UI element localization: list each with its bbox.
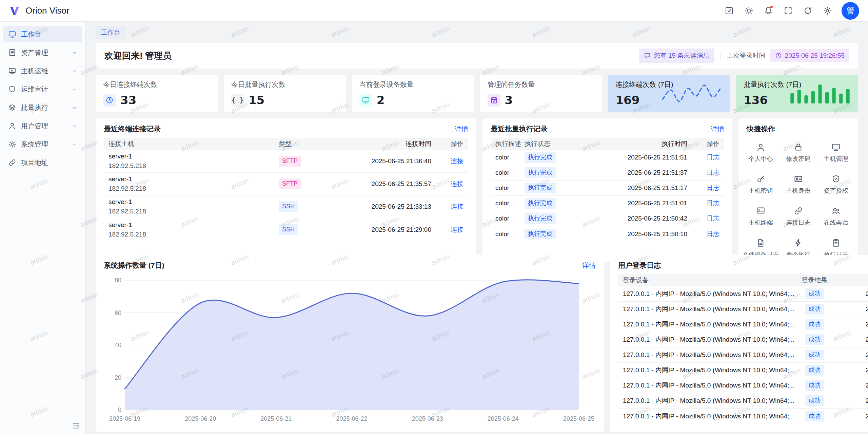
column-header: 连接时间 [326, 139, 431, 148]
user-icon [8, 122, 16, 130]
chevron-down-icon [72, 105, 77, 111]
id-card-icon [794, 174, 803, 184]
log-link[interactable]: 日志 [707, 154, 719, 161]
middle-row: 最近终端连接记录 详情 连接主机类型连接时间操作server-1182.92.5… [96, 118, 858, 249]
table-row: 127.0.0.1 - 内网IP - Mozilla/5.0 (Windows … [618, 378, 868, 393]
connect-link[interactable]: 连接 [451, 226, 463, 233]
svg-text:2025-06-19: 2025-06-19 [109, 415, 140, 422]
svg-text:0: 0 [118, 407, 121, 413]
last-login-label: 上次登录时间 [727, 51, 766, 60]
terminal-records-card: 最近终端连接记录 详情 连接主机类型连接时间操作server-1182.92.5… [96, 118, 476, 262]
guide-icon [725, 6, 734, 15]
login-device: 127.0.0.1 - 内网IP - Mozilla/5.0 (Windows … [623, 305, 794, 314]
quick-action-0[interactable]: 个人中心 [742, 143, 780, 163]
log-link[interactable]: 日志 [707, 215, 719, 222]
batch-records-detail-link[interactable]: 详情 [711, 125, 724, 134]
terminal-records-title: 最近终端连接记录 [104, 124, 161, 134]
fullscreen-button[interactable] [780, 3, 796, 19]
notification-dot [770, 5, 773, 9]
breadcrumb[interactable]: 工作台 [96, 26, 126, 39]
quick-action-8[interactable]: 在线会话 [817, 206, 855, 227]
notifications-button[interactable] [760, 3, 776, 19]
protocol-tag: SSH [279, 224, 298, 235]
sidebar-item-label: 主机运维 [21, 67, 67, 76]
main-layout: 工作台资产管理主机运维运维审计批量执行用户管理系统管理项目地址 工作台 欢迎回来… [0, 22, 868, 434]
system-operations-chart: 0204060802025-06-192025-06-202025-06-212… [104, 276, 596, 425]
file-icon [756, 238, 765, 247]
exec-status-tag: 执行完成 [525, 183, 556, 193]
exec-time: 2025-06-25 21:51:37 [582, 169, 687, 176]
fullscreen-icon [784, 6, 793, 15]
stat-label: 管理的任务数量 [488, 80, 595, 89]
login-result-tag: 成功 [805, 319, 824, 329]
guide-button[interactable] [721, 3, 737, 19]
sidebar-item-1[interactable]: 资产管理 [3, 44, 82, 61]
log-link[interactable]: 日志 [707, 169, 719, 176]
log-link[interactable]: 日志 [707, 230, 719, 238]
batch-records-card: 最近批量执行记录 详情 执行描述执行状态执行时间操作color执行完成2025-… [482, 118, 732, 262]
chevron-down-icon [72, 123, 77, 129]
sidebar-item-7[interactable]: 项目地址 [3, 154, 82, 171]
connect-time: 2025-06-25 21:36:40 [326, 157, 431, 165]
column-header: 执行描述 [495, 139, 525, 148]
stat-card-3: 管理的任务数量3 [480, 75, 602, 112]
table-row: 127.0.0.1 - 内网IP - Mozilla/5.0 (Windows … [618, 409, 868, 424]
quick-action-6[interactable]: 主机终端 [742, 206, 780, 227]
app-root: Orion Visor 管 工作台资产管理主机运维运维审计批量执行用户管理系统管… [0, 0, 868, 434]
theme-button[interactable] [741, 3, 757, 19]
stat-value: 33 [120, 93, 136, 107]
table-row: server-1182.92.5.218SFTP2025-06-25 21:36… [104, 150, 468, 173]
sparkbar-chart [789, 82, 851, 105]
quick-action-label: 修改密码 [786, 155, 811, 163]
exec-time: 2025-06-25 21:51:17 [582, 184, 687, 192]
user-avatar[interactable]: 管 [842, 2, 859, 20]
sun-icon [744, 6, 753, 15]
device-icon [359, 94, 372, 107]
protocol-tag: SFTP [279, 156, 301, 166]
quick-action-5[interactable]: 资产授权 [817, 174, 855, 195]
sidebar-item-4[interactable]: 批量执行 [3, 99, 82, 116]
login-device: 127.0.0.1 - 内网IP - Mozilla/5.0 (Windows … [623, 351, 794, 359]
connect-link[interactable]: 连接 [451, 180, 463, 187]
quick-action-3[interactable]: 主机密钥 [742, 174, 780, 195]
quick-action-label: 资产授权 [824, 187, 848, 195]
host-name: server-1 [108, 152, 279, 161]
login-time: 2025-06-25 19:26:55 [834, 290, 868, 298]
log-link[interactable]: 日志 [707, 200, 719, 207]
stat-card-5: 批量执行次数 (7日)136 [736, 75, 858, 112]
unread-messages-badge[interactable]: 您有 15 条未读消息 [639, 49, 714, 63]
connect-link[interactable]: 连接 [451, 203, 463, 210]
sidebar-item-2[interactable]: 主机运维 [3, 63, 82, 79]
column-header: 操作 [431, 139, 463, 148]
column-header: 执行状态 [525, 139, 582, 148]
collapse-sidebar-icon[interactable] [72, 422, 80, 430]
quick-action-2[interactable]: 主机管理 [817, 143, 855, 163]
chart-detail-link[interactable]: 详情 [582, 261, 596, 270]
quick-action-4[interactable]: 主机身份 [780, 174, 817, 195]
terminal-records-detail-link[interactable]: 详情 [455, 125, 468, 134]
svg-text:2025-06-20: 2025-06-20 [185, 415, 216, 422]
terminal-icon [756, 206, 765, 215]
sidebar-item-0[interactable]: 工作台 [3, 26, 82, 42]
sidebar-item-5[interactable]: 用户管理 [3, 118, 82, 134]
refresh-button[interactable] [800, 3, 816, 19]
sidebar-item-3[interactable]: 运维审计 [3, 81, 82, 97]
login-time: 2025-06-06 16:08:17 [834, 305, 868, 313]
sidebar-item-label: 资产管理 [21, 48, 67, 57]
table-header: 执行描述执行状态执行时间操作 [491, 138, 724, 150]
settings-button[interactable] [819, 3, 835, 19]
exec-time: 2025-06-25 21:50:42 [582, 215, 687, 222]
layers-icon [8, 103, 16, 112]
quick-action-1[interactable]: 修改密码 [780, 143, 817, 163]
login-time: 2025-04-03 01:36:58 [834, 351, 868, 359]
log-link[interactable]: 日志 [707, 184, 719, 191]
last-login-time: 2025-06-25 19:26:55 [785, 52, 845, 59]
list-icon [8, 49, 16, 57]
table-row: color执行完成2025-06-25 21:51:17日志 [491, 181, 724, 196]
sidebar-item-6[interactable]: 系统管理 [3, 136, 82, 152]
quick-action-7[interactable]: 连接日志 [780, 206, 817, 227]
stat-label: 今日连接终端次数 [103, 80, 210, 89]
connect-link[interactable]: 连接 [451, 157, 463, 165]
table-header: 登录设备登录结果登录时间 [618, 274, 868, 286]
desktop-icon [831, 143, 841, 152]
